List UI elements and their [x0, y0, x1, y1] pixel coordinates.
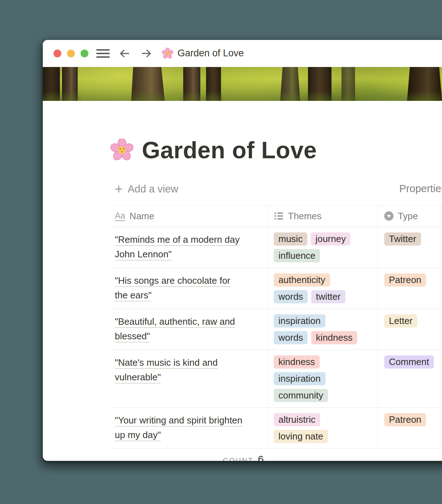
back-icon[interactable] [118, 47, 131, 60]
tree-trunk [407, 67, 442, 101]
tag-community[interactable]: community [274, 389, 328, 402]
tag-inspiration[interactable]: inspiration [274, 314, 325, 328]
traffic-lights [53, 50, 88, 57]
plus-icon: + [115, 182, 123, 196]
count-label: COUNT [223, 457, 253, 461]
type-cell[interactable]: Letter [378, 309, 441, 350]
column-label: Themes [288, 211, 322, 222]
type-cell[interactable]: Patreon [378, 408, 441, 448]
count-value: 6 [258, 453, 264, 461]
table-header-row: Aa Name Themes Type [110, 205, 442, 227]
tag-inspiration[interactable]: inspiration [274, 372, 325, 385]
themes-cell[interactable]: musicjourneyinfluence [268, 227, 378, 268]
row-name-text: "His songs are chocolate for the ears" [115, 275, 230, 300]
menu-icon[interactable] [96, 49, 110, 58]
page-icon-cherry-blossom[interactable] [110, 139, 133, 161]
table-row: "Nate's music is kind and vulnerable" ki… [110, 350, 442, 408]
table-row: "His songs are chocolate for the ears" a… [110, 268, 442, 309]
tag-Comment[interactable]: Comment [384, 355, 434, 369]
tag-loving-nate[interactable]: loving nate [274, 430, 328, 443]
tag-kindness[interactable]: kindness [274, 355, 320, 369]
properties-button[interactable]: Properties [399, 183, 442, 195]
add-view-label: Add a view [128, 183, 178, 195]
zoom-window-button[interactable] [81, 50, 88, 57]
tree-trunk [341, 67, 355, 101]
name-cell[interactable]: "Beautiful, authentic, raw and blessed" [110, 309, 268, 350]
themes-cell[interactable]: authenticitywordstwitter [268, 268, 378, 309]
tag-authenticity[interactable]: authenticity [274, 273, 330, 287]
page-header: Garden of Love [110, 137, 442, 164]
count-aggregate[interactable]: COUNT 6 [110, 453, 268, 461]
tag-altruistric[interactable]: altruistric [274, 413, 320, 426]
tag-twitter[interactable]: twitter [311, 290, 345, 303]
tree-trunk [62, 67, 78, 101]
table-row: "Your writing and spirit brighten up my … [110, 408, 442, 449]
tree-trunk [280, 67, 300, 101]
multi-select-icon [274, 211, 284, 221]
tree-trunk [183, 67, 200, 101]
select-icon [384, 211, 394, 221]
tag-Letter[interactable]: Letter [384, 314, 417, 328]
table-footer: COUNT 6 [110, 449, 442, 461]
tag-words[interactable]: words [274, 290, 308, 303]
table-row: "Reminds me of a modern day John Lennon"… [110, 227, 442, 268]
row-name-text: "Reminds me of a modern day John Lennon" [115, 234, 240, 259]
name-cell[interactable]: "Nate's music is kind and vulnerable" [110, 350, 268, 407]
column-label: Type [398, 211, 418, 222]
themes-cell[interactable]: inspirationwordskindness [268, 309, 378, 350]
view-toolbar: + Add a view Properties [43, 182, 442, 197]
name-cell[interactable]: "Your writing and spirit brighten up my … [110, 408, 268, 448]
row-name-text: "Nate's music is kind and vulnerable" [115, 357, 218, 382]
tag-kindness[interactable]: kindness [311, 331, 357, 344]
cherry-blossom-emoji [162, 48, 173, 59]
window-titlebar: Garden of Love [43, 40, 442, 67]
tree-trunk [206, 67, 221, 101]
page-title[interactable]: Garden of Love [142, 137, 317, 164]
app-window: Garden of Love Garden of Love + Add a vi… [43, 40, 442, 461]
column-header-name[interactable]: Aa Name [110, 205, 268, 227]
minimize-window-button[interactable] [67, 50, 75, 57]
desktop: { "colors": { "backdrop": "#4E696E", "tr… [0, 0, 442, 504]
type-cell[interactable]: Patreon [378, 268, 441, 309]
tag-Patreon[interactable]: Patreon [384, 413, 426, 426]
tag-influence[interactable]: influence [274, 249, 320, 262]
type-cell[interactable]: Twitter [378, 227, 441, 268]
type-cell[interactable]: Comment [378, 350, 441, 407]
row-name-text: "Beautiful, authentic, raw and blessed" [115, 316, 235, 341]
cover-image[interactable] [43, 67, 442, 101]
forward-icon[interactable] [140, 47, 153, 60]
tree-trunk [308, 67, 332, 101]
themes-cell[interactable]: kindnessinspirationcommunity [268, 350, 378, 407]
window-title: Garden of Love [178, 48, 244, 59]
column-label: Name [129, 211, 154, 222]
table-row: "Beautiful, authentic, raw and blessed" … [110, 309, 442, 350]
close-window-button[interactable] [53, 50, 61, 57]
name-cell[interactable]: "His songs are chocolate for the ears" [110, 268, 268, 309]
title-property-icon: Aa [115, 211, 125, 221]
tag-journey[interactable]: journey [311, 232, 350, 246]
table-body: "Reminds me of a modern day John Lennon"… [110, 227, 442, 449]
database-table: Aa Name Themes Type "Reminds me of a mod… [110, 205, 442, 461]
column-header-themes[interactable]: Themes [268, 205, 378, 227]
themes-cell[interactable]: altruistricloving nate [268, 408, 378, 448]
tag-Twitter[interactable]: Twitter [384, 232, 421, 246]
name-cell[interactable]: "Reminds me of a modern day John Lennon" [110, 227, 268, 268]
tree-trunk [131, 67, 165, 101]
add-view-button[interactable]: + Add a view [115, 182, 178, 196]
tag-Patreon[interactable]: Patreon [384, 273, 426, 287]
tag-words[interactable]: words [274, 331, 308, 344]
row-name-text: "Your writing and spirit brighten up my … [115, 415, 242, 440]
tag-music[interactable]: music [274, 232, 307, 246]
column-header-type[interactable]: Type [378, 205, 441, 227]
